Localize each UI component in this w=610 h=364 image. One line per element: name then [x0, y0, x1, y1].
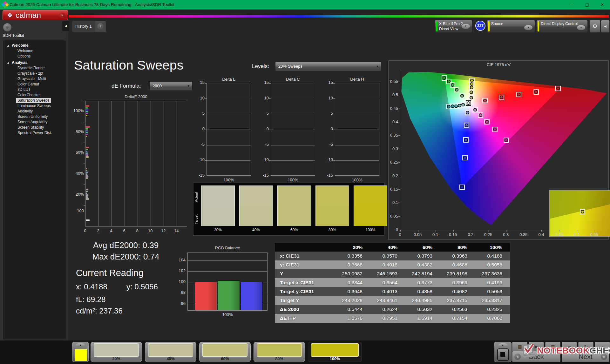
tick — [269, 114, 271, 114]
up-arrow-icon[interactable]: ▲ — [76, 343, 85, 347]
sidebar-item-screen-angularity[interactable]: Screen Angularity — [3, 119, 66, 125]
chevron-down-icon[interactable]: ▼ — [59, 12, 65, 18]
close-icon[interactable]: ✕ — [595, 0, 610, 10]
table-row: x: CIE310.33560.35700.37930.39630.4188 — [275, 252, 510, 260]
sidebar: SDR Toolkit WelcomeWelcomeOptionsAnalysi… — [0, 20, 68, 340]
cie-y-tick: 0.5 — [389, 92, 398, 97]
measured-point — [485, 120, 489, 124]
sidebar-item-color-gamut[interactable]: Color Gamut — [3, 82, 66, 87]
deltae-bar — [86, 105, 89, 107]
gridline — [188, 271, 267, 272]
actual-target-swatch-panel: Actual Target 20%40%60%80%100% — [193, 183, 384, 236]
pattern-button-20%[interactable]: 20% — [91, 342, 142, 362]
sidebar-item-analysis[interactable]: Analysis — [3, 60, 66, 65]
pattern-label: 80% — [254, 357, 305, 361]
row-label: y: CIE31 — [275, 260, 335, 269]
sidebar-item-additivity[interactable]: Additivity — [3, 109, 66, 114]
pattern-button-80%[interactable]: 80% — [254, 342, 305, 362]
levels-dropdown[interactable]: 20% Sweeps ▼ — [275, 62, 381, 71]
pattern-preview-swatch[interactable] — [75, 349, 87, 361]
sidebar-item-grayscale-2pt[interactable]: Grayscale - 2pt — [3, 71, 66, 76]
sidebar-item-screen-stability[interactable]: Screen Stability — [3, 125, 66, 130]
plus-icon: + — [97, 23, 104, 30]
calman-logo-text: calman — [16, 11, 41, 20]
delta-y-label: 15 — [257, 80, 269, 85]
sidebar-item-screen-uniformity[interactable]: Screen Uniformity — [3, 114, 66, 119]
swatch-actual — [316, 186, 349, 206]
window-title: Calman 2025 Calman Ultimate for Business… — [10, 0, 174, 10]
deltae-bar — [86, 219, 90, 221]
deltae-y-label: 40% — [71, 171, 84, 176]
row-label: Target x:CIE31 — [275, 278, 335, 287]
group-tick — [84, 122, 85, 122]
sidebar-item-dynamic-range[interactable]: Dynamic Range — [3, 65, 66, 71]
meter-status-bar — [436, 21, 437, 31]
title-bar: Calman 2025 Calman Ultimate for Business… — [0, 0, 610, 10]
chevron-down-icon[interactable]: ▼ — [462, 24, 470, 29]
delta-y-label: -10 — [193, 157, 205, 162]
tick — [398, 230, 400, 230]
chevron-down-icon: ▼ — [187, 82, 190, 91]
sidebar-item-luminance-sweeps[interactable]: Luminance Sweeps — [3, 103, 66, 109]
sidebar-item-spectral-power-dist-[interactable]: Spectral Power Dist. — [3, 130, 66, 136]
pattern-button-60%[interactable]: 60% — [199, 342, 251, 362]
column-header-80%: 80% — [440, 243, 475, 252]
pattern-button-40%[interactable]: 40% — [145, 342, 196, 362]
sidebar-collapse-button[interactable]: ◀ — [62, 21, 69, 31]
measured-point — [556, 87, 560, 90]
sidebar-item-welcome[interactable]: Welcome — [3, 48, 66, 54]
deltae-x-tick: 8 — [133, 228, 141, 233]
tab-history-1[interactable]: History 1 — [72, 21, 95, 32]
tick — [333, 176, 335, 176]
row-label: ΔE 2000 — [275, 305, 335, 314]
display-control-dropdown[interactable]: Direct Display Control ▼ — [537, 20, 587, 32]
source-dropdown[interactable]: Source ▼ — [487, 20, 535, 32]
meter-dropdown[interactable]: X-Rite i1Pro 2 Direct View ▼ — [435, 20, 472, 32]
header-bar: ❖ calman ▼ — [0, 10, 610, 20]
display-control-label: Direct Display Control — [541, 22, 578, 26]
table-row: y: CIE310.36680.40180.43820.46860.5056 — [275, 260, 510, 269]
cie-y-tick: 0.1 — [389, 200, 398, 205]
measured-point — [447, 105, 451, 108]
stop-button[interactable] — [497, 348, 509, 361]
up-arrow-icon[interactable]: ▲ — [498, 343, 507, 347]
sidebar-item-options[interactable]: Options — [3, 54, 66, 59]
add-tab-button[interactable]: + — [95, 21, 106, 32]
sidebar-item-3d-lut[interactable]: 3D LUT — [3, 87, 66, 92]
column-header-100%: 100% — [475, 243, 510, 252]
minimize-icon[interactable]: – — [564, 0, 580, 10]
swatch-target — [316, 206, 349, 226]
sidebar-item-colorchecker[interactable]: ColorChecker — [3, 92, 66, 98]
delta-chart — [335, 83, 379, 176]
deltae-bar — [86, 175, 88, 177]
cie-y-tick: 0 — [389, 227, 398, 232]
tick — [398, 135, 400, 136]
rgb-balance-chart — [187, 253, 268, 311]
de-formula-dropdown[interactable]: 2000 ▼ — [149, 81, 193, 91]
measurement-count-badge[interactable]: 237 — [475, 21, 485, 31]
sidebar-item-welcome[interactable]: Welcome — [3, 43, 66, 48]
workspace-tabs: History 1 + — [72, 21, 106, 32]
sidebar-item-saturation-sweeps[interactable]: Saturation Sweeps — [3, 98, 66, 103]
chevron-down-icon[interactable]: ▼ — [524, 25, 532, 30]
tick — [506, 230, 506, 232]
gridline — [335, 114, 379, 114]
sidebar-orb-button[interactable] — [3, 23, 11, 31]
deltae-bar — [86, 115, 87, 116]
panel-collapse-button[interactable]: ◀ — [601, 20, 609, 32]
table-cell: 0.3773 — [405, 278, 440, 287]
table-cell: 0.3969 — [440, 278, 475, 287]
settings-button[interactable]: ⚙ — [590, 20, 600, 32]
calman-logo-icon: ❖ — [6, 11, 14, 19]
maximize-icon[interactable]: ▢ — [580, 0, 595, 10]
deltae-x-tick: 12 — [159, 228, 167, 233]
chevron-down-icon[interactable]: ▼ — [577, 25, 585, 30]
watermark-check: CHECK — [590, 346, 610, 356]
sidebar-item-grayscale-multi[interactable]: Grayscale - Multi — [3, 76, 66, 82]
gridline — [271, 114, 315, 114]
table-cell: 250.0982 — [335, 269, 370, 278]
calman-menu-button[interactable]: ❖ calman ▼ — [3, 10, 68, 20]
swatch-actual — [201, 186, 234, 206]
pattern-button-100%[interactable]: 100% — [308, 342, 362, 362]
rgb-bar-green — [218, 280, 240, 310]
